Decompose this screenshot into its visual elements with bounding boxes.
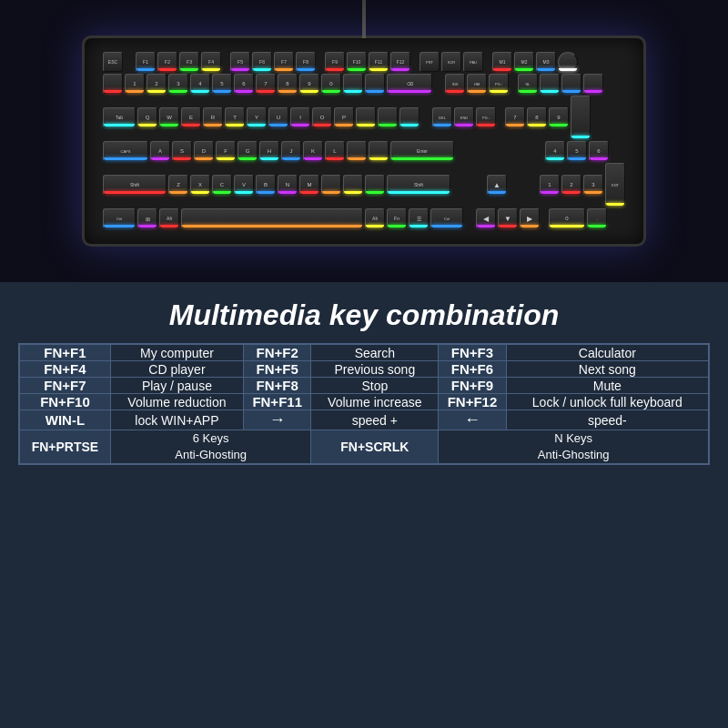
key-f11: F11 (369, 52, 389, 72)
table-row: FN+F1 My computer FN+F2 Search FN+F3 Cal… (19, 344, 709, 361)
action-vol-reduce: Volume reduction (110, 394, 243, 410)
num-4: 4 (545, 141, 565, 161)
key-shift-left: Shift (103, 175, 167, 195)
key-ctrl-left: Ctrl (103, 208, 136, 228)
key-f5: F5 (230, 52, 250, 72)
key-combo-fn-scrlk: FN+SCRLK (311, 430, 439, 465)
key-r: R (203, 107, 223, 127)
key-period (343, 175, 363, 195)
key-a: A (150, 141, 170, 161)
num-div (540, 74, 560, 94)
key-ins: INS (445, 74, 465, 94)
key-combo-win-l: WIN-L (19, 410, 110, 430)
key-up: ▲ (487, 175, 507, 195)
key-combo-fn-f12: FN+F12 (439, 394, 506, 410)
key-f12: F12 (390, 52, 410, 72)
key-scrlk: SCR (441, 52, 461, 72)
key-menu: ☰ (409, 208, 429, 228)
key-f4: F4 (201, 52, 221, 72)
key-left: ◀ (476, 208, 496, 228)
key-e: E (181, 107, 201, 127)
key-m1: M1 (492, 52, 512, 72)
key-down: ▼ (498, 208, 518, 228)
num-enter: ENT (605, 163, 625, 207)
key-m2: M2 (514, 52, 534, 72)
key-f7: F7 (274, 52, 294, 72)
key-alt-right: Alt (365, 208, 385, 228)
table-row: FN+F10 Volume reduction FN+F11 Volume in… (19, 394, 709, 410)
key-space (181, 208, 363, 228)
num-6: 6 (589, 141, 609, 161)
action-search: Search (311, 344, 439, 361)
key-9: 9 (299, 74, 319, 94)
key-0: 0 (321, 74, 341, 94)
key-2: 2 (147, 74, 167, 94)
kb-row-2: 1 2 3 4 5 6 7 8 9 0 ⌫ INS HM PG↑ NL (103, 74, 625, 94)
action-calculator: Calculator (506, 344, 709, 361)
key-enter: Enter (390, 141, 454, 161)
key-c: C (212, 175, 232, 195)
key-l: L (325, 141, 345, 161)
key-s: S (172, 141, 192, 161)
action-my-computer: My computer (110, 344, 243, 361)
key-combo-fn-f10: FN+F10 (19, 394, 110, 410)
key-j: J (281, 141, 301, 161)
key-4: 4 (190, 74, 210, 94)
key-lbracket (356, 107, 376, 127)
key-f3: F3 (179, 52, 199, 72)
key-f9: F9 (325, 52, 345, 72)
key-v: V (234, 175, 254, 195)
key-3: 3 (168, 74, 188, 94)
num-5: 5 (567, 141, 587, 161)
key-q: Q (137, 107, 157, 127)
table-section: Multimedia key combination FN+F1 My comp… (0, 282, 728, 728)
action-play-pause: Play / pause (110, 378, 243, 394)
table-row: FN+F4 CD player FN+F5 Previous song FN+F… (19, 361, 709, 378)
key-1: 1 (125, 74, 145, 94)
key-right: ▶ (520, 208, 540, 228)
num-9: 9 (549, 107, 569, 127)
keyboard-section: ESC F1 F2 F3 F4 F5 F6 F7 F8 F9 F10 F11 F… (0, 0, 728, 282)
action-prev-song: Previous song (311, 361, 439, 378)
kb-row-6: Ctrl ⊞ Alt Alt Fn ☰ Ctrl ◀ ▼ ▶ 0 . (103, 208, 625, 228)
key-combo-fn-f11: FN+F11 (243, 394, 310, 410)
key-8: 8 (278, 74, 298, 94)
key-combo-fn-f7: FN+F7 (19, 378, 110, 394)
key-end: END (454, 107, 474, 127)
key-7: 7 (256, 74, 276, 94)
key-5: 5 (212, 74, 232, 94)
key-dial (558, 52, 578, 72)
num-8: 8 (527, 107, 547, 127)
key-caps: CAPS (103, 141, 148, 161)
action-lock-keyboard: Lock / unlock full keyboard (506, 394, 709, 410)
num-3: 3 (583, 175, 603, 195)
key-comma (321, 175, 341, 195)
num-add (571, 96, 591, 139)
section-title: Multimedia key combination (18, 291, 710, 343)
num-2: 2 (561, 175, 581, 195)
action-nkeys: N KeysAnti-Ghosting (439, 430, 709, 465)
key-o: O (312, 107, 332, 127)
key-f6: F6 (252, 52, 272, 72)
key-equals (365, 74, 385, 94)
key-backslash (399, 107, 420, 127)
num-lock: NL (518, 74, 538, 94)
key-rbracket (378, 107, 398, 127)
key-pause: PAU (463, 52, 483, 72)
action-vol-increase: Volume increase (311, 394, 439, 410)
key-m: M (299, 175, 319, 195)
key-combo-fn-prtse: FN+PRTSE (19, 430, 110, 465)
key-combo-arrow-left: ← (439, 410, 506, 430)
num-sub (583, 74, 603, 94)
key-ctrl-right: Ctrl (430, 208, 463, 228)
action-next-song: Next song (506, 361, 709, 378)
key-win: ⊞ (137, 208, 157, 228)
key-combo-fn-f1: FN+F1 (19, 344, 110, 361)
key-combo-fn-f2: FN+F2 (243, 344, 310, 361)
key-k: K (303, 141, 323, 161)
key-quote (369, 141, 389, 161)
key-fn: Fn (387, 208, 407, 228)
action-6keys: 6 KeysAnti-Ghosting (110, 430, 311, 465)
table-row: FN+PRTSE 6 KeysAnti-Ghosting FN+SCRLK N … (19, 430, 709, 465)
key-prtsc: PRT (420, 52, 440, 72)
